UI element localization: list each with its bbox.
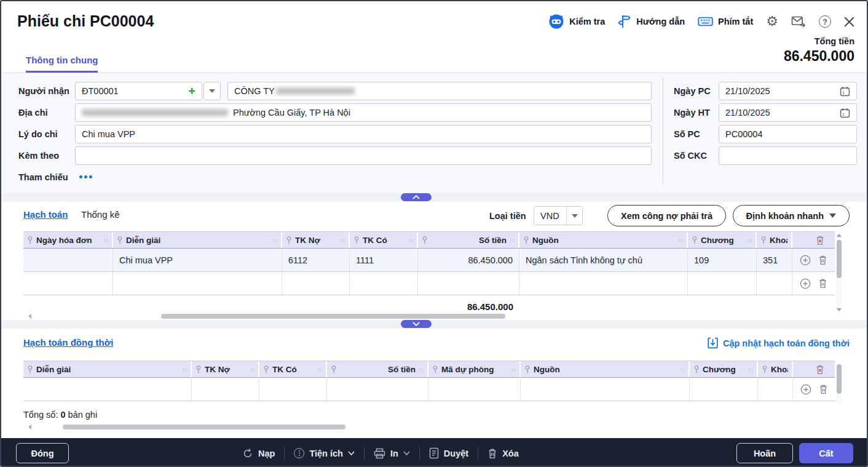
help-button[interactable] [819,15,831,28]
col-chapter[interactable]: Chương↑↓ [690,361,758,377]
col-source[interactable]: Nguồn↑↓ [521,361,690,377]
cell-invoice-date[interactable] [23,249,113,271]
scroll-left-arrow[interactable] [28,425,31,429]
sort-icon[interactable]: ↑↓ [747,237,752,244]
recipient-name-field[interactable]: CÔNG TY [227,82,652,100]
add-row-icon[interactable] [800,255,811,266]
sort-icon[interactable]: ↑↓ [272,237,277,244]
close-window-button[interactable]: Đóng [16,443,69,463]
tab-statistics[interactable]: Thống kê [81,209,120,220]
sort-icon[interactable]: ↑↓ [419,366,424,373]
cell-description[interactable]: Chi mua VPP [113,249,282,271]
send-mail-button[interactable] [791,15,806,28]
scrollbar-thumb[interactable] [63,425,345,429]
sort-icon[interactable]: ↑↓ [340,237,345,244]
sort-icon[interactable]: ↑↓ [103,237,108,244]
pin-icon[interactable] [693,365,700,373]
col-item[interactable]: Khoản [758,361,793,377]
sort-icon[interactable]: ↑↓ [748,366,753,373]
pin-icon[interactable] [195,365,202,373]
close-button[interactable] [844,17,854,27]
col-amount[interactable]: Số tiền↑↓ [327,361,428,377]
update-simultaneous-button[interactable]: Cập nhật hạch toán đồng thời [708,337,850,349]
cell-source[interactable]: Ngân sách Tỉnh không tự chủ [519,249,688,271]
col-provision-code[interactable]: Mã dự phòng↑↓ [428,361,521,377]
utilities-button[interactable]: Tiện ích [294,448,355,458]
date-ht-field[interactable]: 21/10/2025 [719,103,857,122]
address-field[interactable]: Phường Cầu Giấy, TP Hà Nội [75,103,652,122]
col-description[interactable]: Diễn giải↑↓ [113,232,282,248]
cell-item[interactable]: 351 [757,249,792,271]
cell-chapter[interactable]: 109 [688,249,757,271]
scroll-down-arrow[interactable] [837,308,842,311]
pin-icon[interactable] [286,236,292,244]
sort-icon[interactable]: ↑↓ [408,237,413,244]
sort-icon[interactable]: ↑↓ [182,366,187,373]
tab-accounting[interactable]: Hạch toán [23,209,68,220]
date-pc-field[interactable]: 21/10/2025 [719,82,857,100]
scrollbar-thumb[interactable] [161,314,505,319]
scroll-left-arrow[interactable] [28,314,31,319]
cell-amount[interactable]: 86.450.000 [418,249,519,271]
reason-field[interactable]: Chi mua VPP [75,125,652,143]
col-description[interactable]: Diễn giải↑↓ [23,361,192,377]
delete-all-rows-button[interactable] [792,232,835,248]
approve-button[interactable]: Duyệt [429,447,468,459]
delete-button[interactable]: Xóa [487,448,519,459]
reload-button[interactable]: Nạp [242,448,275,459]
col-debit-account[interactable]: TK Nợ↑↓ [282,232,350,248]
collapse-up-button[interactable] [401,193,432,201]
col-debit-account[interactable]: TK Nợ↑↓ [192,361,259,377]
pin-icon[interactable] [263,365,269,373]
col-item[interactable]: Khoản [757,232,792,248]
col-invoice-date[interactable]: Ngày hóa đơn↑↓ [23,232,113,248]
delete-all-rows-button[interactable] [793,361,835,377]
add-recipient-icon[interactable]: + [188,85,195,97]
pin-icon[interactable] [762,365,768,373]
simultaneous-link[interactable]: Hạch toán đồng thời [23,337,113,348]
reference-more-button[interactable] [79,175,92,178]
add-row-icon[interactable] [800,384,811,395]
pin-icon[interactable] [353,236,360,244]
currency-select[interactable]: VND [534,206,583,225]
shortcut-button[interactable]: Phím tắt [698,16,753,27]
scroll-up-arrow[interactable] [837,234,842,237]
pin-icon[interactable] [523,236,529,244]
view-debt-button[interactable]: Xem công nợ phải trả [607,205,726,226]
pin-icon[interactable] [524,365,531,373]
pin-icon[interactable] [117,236,123,244]
add-row-icon[interactable] [800,278,811,289]
pin-icon[interactable] [432,365,438,373]
save-button[interactable]: Cất [799,443,853,463]
pin-icon[interactable] [422,236,428,244]
postpone-button[interactable]: Hoãn [736,443,793,463]
sort-icon[interactable]: ↑↓ [250,366,254,373]
collapse-down-button[interactable] [401,320,432,328]
delete-row-icon[interactable] [818,255,827,265]
print-button[interactable]: In [374,448,410,459]
delete-row-icon[interactable] [819,384,828,394]
pin-icon[interactable] [692,236,698,244]
sort-icon[interactable]: ↑↓ [510,237,515,244]
cell-credit-account[interactable]: 1111 [350,249,418,271]
scrollbar-thumb[interactable] [837,364,842,394]
quick-entry-button[interactable]: Định khoản nhanh [733,205,850,226]
sort-icon[interactable]: ↑↓ [317,366,322,373]
pin-icon[interactable] [760,236,767,244]
sort-icon[interactable]: ↑↓ [680,366,685,373]
calendar-icon[interactable] [840,108,850,118]
col-source[interactable]: Nguồn↑↓ [519,232,688,248]
number-ckc-field[interactable] [719,146,857,165]
sort-icon[interactable]: ↑↓ [511,366,516,373]
attachment-field[interactable] [75,146,652,165]
col-credit-account[interactable]: TK Có↑↓ [350,232,418,248]
pin-icon[interactable] [331,365,337,373]
pin-icon[interactable] [27,236,33,244]
delete-row-icon[interactable] [818,278,827,289]
cell-debit-account[interactable]: 6112 [282,249,350,271]
guide-button[interactable]: Hướng dẫn [618,14,685,29]
col-amount[interactable]: Số tiền↑↓ [418,232,519,248]
pin-icon[interactable] [27,365,33,373]
check-button[interactable]: Kiểm tra [548,14,605,30]
tab-general-info[interactable]: Thông tin chung [26,55,98,73]
